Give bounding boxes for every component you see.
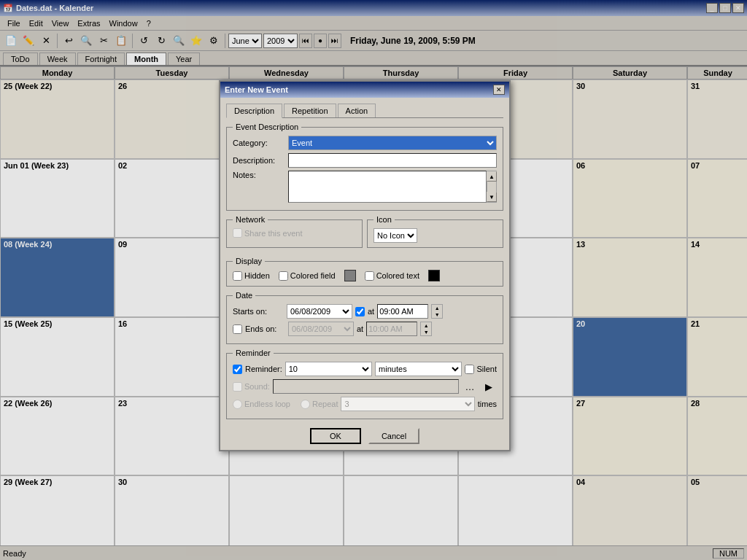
sound-input[interactable] bbox=[273, 379, 459, 394]
dialog-tab-description[interactable]: Description bbox=[226, 104, 282, 118]
category-row: Category: Event Birthday Holiday bbox=[233, 136, 497, 150]
ok-button[interactable]: OK bbox=[310, 428, 361, 444]
modal-overlay: Enter New Event ✕ Description Repetition… bbox=[0, 0, 747, 555]
sound-play-button[interactable]: ▶ bbox=[481, 379, 497, 394]
hidden-label: Hidden bbox=[233, 271, 270, 281]
reminder-main-row: Reminder: 10 minutes Silent bbox=[233, 362, 497, 376]
display-options-row: Hidden Colored field Colored text bbox=[233, 270, 497, 281]
ends-time-up[interactable]: ▲ bbox=[421, 322, 431, 329]
reminder-unit-select[interactable]: minutes bbox=[375, 362, 462, 376]
ends-at-label: at bbox=[357, 324, 363, 333]
ends-time-spinner[interactable]: ▲ ▼ bbox=[420, 322, 432, 336]
starts-time-up[interactable]: ▲ bbox=[432, 305, 442, 311]
icon-legend: Icon bbox=[374, 215, 395, 224]
scroll-up-button[interactable]: ▲ bbox=[487, 171, 497, 182]
sound-label: Sound: bbox=[233, 382, 270, 392]
dialog-title-bar: Enter New Event ✕ bbox=[220, 82, 509, 98]
repeat-radio[interactable] bbox=[301, 400, 310, 409]
notes-textarea[interactable] bbox=[288, 171, 487, 203]
dialog-body: Description Repetition Action Event Desc… bbox=[220, 98, 509, 450]
dialog-tab-repetition[interactable]: Repetition bbox=[284, 104, 336, 117]
reminder-checkbox[interactable] bbox=[233, 365, 242, 374]
icon-fieldset: Icon No Icon bbox=[367, 215, 503, 248]
reminder-legend: Reminder bbox=[233, 349, 274, 357]
description-label: Description: bbox=[233, 156, 284, 165]
endless-loop-radio[interactable] bbox=[233, 400, 242, 409]
share-event-checkbox[interactable] bbox=[233, 228, 242, 238]
ends-date-select[interactable]: 06/08/2009 bbox=[288, 322, 354, 336]
reminder-label: Reminder: bbox=[245, 365, 282, 373]
dialog-title: Enter New Event bbox=[225, 85, 288, 94]
network-fieldset: Network Share this event bbox=[226, 215, 363, 248]
description-input[interactable] bbox=[288, 153, 497, 168]
ends-time-input[interactable] bbox=[366, 322, 417, 336]
enter-new-event-dialog: Enter New Event ✕ Description Repetition… bbox=[219, 80, 511, 451]
date-legend: Date bbox=[233, 291, 255, 300]
loop-row: Endless loop Repeat 3 times bbox=[233, 397, 497, 411]
ends-time-down[interactable]: ▼ bbox=[421, 329, 431, 335]
description-row: Description: bbox=[233, 153, 497, 168]
starts-time-down[interactable]: ▼ bbox=[432, 311, 442, 318]
event-description-legend: Event Description bbox=[233, 122, 301, 131]
sound-browse-button[interactable]: … bbox=[462, 379, 478, 394]
times-label: times bbox=[478, 400, 497, 408]
dialog-close-button[interactable]: ✕ bbox=[493, 85, 505, 95]
icon-select[interactable]: No Icon bbox=[374, 228, 417, 243]
notes-row: Notes: ▲ ▼ bbox=[233, 171, 497, 203]
starts-time-spinner[interactable]: ▲ ▼ bbox=[431, 304, 443, 319]
sound-row: Sound: … ▶ bbox=[233, 379, 497, 394]
event-description-fieldset: Event Description Category: Event Birthd… bbox=[226, 122, 503, 211]
display-legend: Display bbox=[233, 257, 265, 265]
ends-label: Ends on: bbox=[245, 324, 285, 333]
network-legend: Network bbox=[233, 215, 268, 224]
ends-on-row: Ends on: 06/08/2009 at ▲ ▼ bbox=[233, 322, 497, 336]
notes-label: Notes: bbox=[233, 171, 284, 179]
dialog-tab-bar: Description Repetition Action bbox=[226, 104, 503, 118]
sound-checkbox[interactable] bbox=[233, 382, 242, 392]
reminder-value-select[interactable]: 10 bbox=[285, 362, 372, 376]
endless-loop-label: Endless loop bbox=[233, 400, 290, 409]
dialog-tab-action[interactable]: Action bbox=[338, 104, 376, 117]
colored-field-label: Colored field bbox=[279, 271, 336, 281]
silent-label: Silent bbox=[465, 365, 497, 374]
starts-at-checkbox[interactable] bbox=[355, 307, 365, 316]
starts-time-input[interactable] bbox=[377, 304, 428, 319]
starts-at-label: at bbox=[368, 307, 374, 316]
category-select[interactable]: Event Birthday Holiday bbox=[288, 136, 497, 150]
hidden-checkbox[interactable] bbox=[233, 271, 242, 281]
display-fieldset: Display Hidden Colored field Colored tex… bbox=[226, 257, 503, 287]
repeat-label: Repeat bbox=[301, 400, 338, 409]
repeat-value-select[interactable]: 3 bbox=[341, 397, 474, 411]
starts-date-select[interactable]: 06/08/2009 bbox=[287, 304, 352, 319]
cancel-button[interactable]: Cancel bbox=[368, 428, 419, 444]
ends-on-checkbox[interactable] bbox=[233, 324, 242, 334]
dialog-buttons: OK Cancel bbox=[226, 425, 503, 444]
colored-text-checkbox[interactable] bbox=[365, 271, 374, 281]
date-fieldset: Date Starts on: 06/08/2009 at ▲ ▼ bbox=[226, 291, 503, 344]
category-label: Category: bbox=[233, 139, 284, 147]
notes-scrollbar[interactable]: ▲ ▼ bbox=[487, 171, 497, 203]
colored-text-color-swatch[interactable] bbox=[428, 270, 440, 281]
colored-field-checkbox[interactable] bbox=[279, 271, 288, 281]
silent-checkbox[interactable] bbox=[465, 365, 474, 374]
scroll-down-button[interactable]: ▼ bbox=[487, 192, 497, 202]
share-event-label: Share this event bbox=[233, 228, 356, 238]
starts-label: Starts on: bbox=[233, 307, 284, 316]
colored-field-color-swatch[interactable] bbox=[344, 270, 356, 281]
reminder-fieldset: Reminder Reminder: 10 minutes Silent bbox=[226, 349, 503, 419]
starts-on-row: Starts on: 06/08/2009 at ▲ ▼ bbox=[233, 304, 497, 319]
colored-text-label: Colored text bbox=[365, 271, 419, 281]
